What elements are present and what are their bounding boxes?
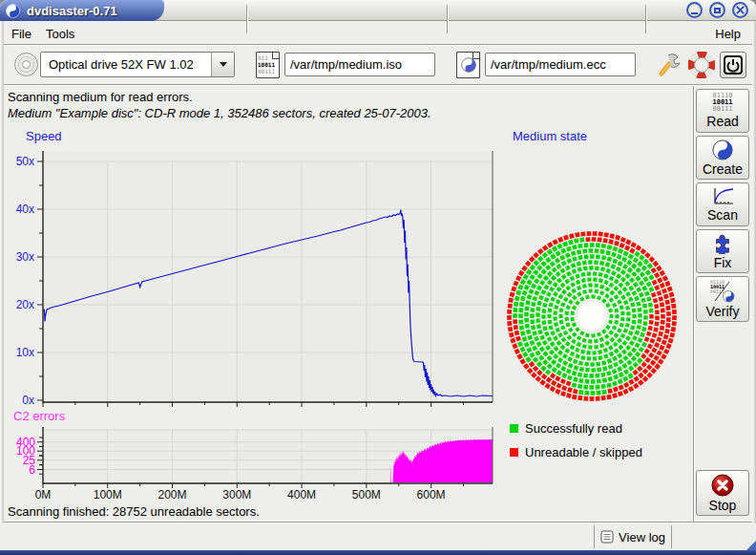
window-frame-right (752, 21, 756, 550)
finished-message: Scanning finished: 28752 unreadable sect… (8, 504, 260, 519)
ecc-file-icon (456, 52, 480, 78)
stop-icon (711, 474, 734, 497)
power-icon (721, 53, 746, 77)
chevron-down-icon (220, 62, 227, 71)
iso-path-input[interactable] (284, 53, 435, 76)
log-list-icon (600, 530, 614, 544)
help-lifebelt-icon[interactable] (688, 52, 715, 78)
drive-selector[interactable]: Optical drive 52X FW 1.02 (40, 52, 235, 77)
binary-row: 10011 (258, 61, 278, 68)
svg-text:600M: 600M (417, 488, 446, 502)
create-yinyang-icon (712, 139, 733, 160)
close-icon (736, 6, 745, 14)
svg-text:0M: 0M (35, 488, 52, 502)
menu-tools[interactable]: Tools (42, 25, 78, 43)
svg-text:40x: 40x (16, 203, 34, 216)
binary-row: 00111 (712, 106, 732, 113)
plot-backgrounds (43, 152, 493, 482)
read-button[interactable]: 01110 10011 00111 Read (696, 89, 749, 133)
menu-help[interactable]: Help (711, 25, 745, 43)
svg-text:100M: 100M (94, 488, 122, 502)
app-window: dvdisaster-0.71 File Tools Help Optical … (0, 0, 756, 555)
optical-drive-icon (13, 52, 39, 77)
maximize-icon (714, 8, 721, 13)
create-button[interactable]: Create (696, 136, 749, 180)
svg-text:200M: 200M (158, 488, 187, 502)
yinyang-icon (461, 57, 476, 73)
app-yinyang-icon (6, 4, 20, 18)
stop-button-label: Stop (709, 498, 737, 513)
scan-chart-icon (711, 187, 734, 206)
binary-row: 00111 (258, 68, 278, 75)
menubar: File Tools Help (4, 22, 752, 44)
svg-text:10x: 10x (16, 346, 34, 359)
status-message: Scanning medium for read errors. (8, 90, 193, 104)
read-button-label: Read (706, 114, 738, 129)
view-log-button[interactable]: View log (594, 525, 672, 548)
sidebar-separator (693, 86, 695, 522)
svg-text:300M: 300M (222, 488, 251, 502)
close-button[interactable] (732, 2, 748, 18)
minimize-icon (691, 12, 698, 14)
svg-text:50x: 50x (16, 155, 34, 168)
separator (4, 84, 752, 86)
toolbar-separator (645, 5, 647, 33)
svg-text:0x: 0x (22, 394, 34, 407)
medium-state-disc (507, 231, 677, 401)
maximize-button[interactable] (709, 2, 725, 18)
window-frame-bottom (0, 550, 756, 555)
verify-icon: 01110 10011 00111 (710, 280, 735, 303)
svg-text:400M: 400M (287, 488, 316, 502)
svg-text:400: 400 (16, 436, 35, 449)
create-button-label: Create (703, 161, 743, 177)
medium-info-message: Medium "Example disc": CD-R mode 1, 3524… (8, 106, 431, 120)
statusbar: View log (0, 523, 756, 550)
svg-text:500M: 500M (352, 488, 381, 502)
page-fold (272, 52, 280, 59)
window-title: dvdisaster-0.71 (27, 4, 117, 18)
toolbar-separator (246, 5, 248, 33)
titlebar[interactable]: dvdisaster-0.71 (0, 0, 756, 21)
read-icon: 01110 10011 00111 (712, 93, 732, 113)
toolbar-separator (447, 5, 449, 33)
fix-button[interactable]: Fix (696, 229, 749, 273)
minimize-button[interactable] (686, 2, 703, 18)
scan-button[interactable]: Scan (696, 182, 749, 226)
svg-text:20x: 20x (16, 298, 34, 311)
verify-button-label: Verify (705, 304, 739, 319)
separator (4, 44, 752, 46)
scan-button-label: Scan (707, 207, 738, 223)
verify-slash-yinyang (710, 280, 735, 303)
verify-button[interactable]: 01110 10011 00111 Verify (696, 276, 749, 322)
preferences-wrench-icon[interactable] (655, 50, 683, 78)
menu-file[interactable]: File (8, 25, 35, 43)
drive-selector-value: Optical drive 52X FW 1.02 (41, 57, 211, 72)
quit-button[interactable] (720, 52, 746, 78)
ecc-path-input[interactable] (485, 53, 636, 76)
page-fold (472, 52, 480, 59)
fix-button-label: Fix (714, 255, 732, 270)
fix-puzzle-icon (712, 233, 733, 254)
iso-file-icon: 011 10011 00111 (256, 52, 280, 78)
charts-and-disc-canvas: 0x10x20x30x40x50x6251004000M100M200M300M… (0, 124, 693, 506)
window-title-tab[interactable]: dvdisaster-0.71 (0, 0, 164, 21)
view-log-label: View log (619, 530, 665, 544)
svg-text:30x: 30x (16, 250, 34, 264)
drive-selector-arrow-button[interactable] (211, 53, 234, 76)
stop-button[interactable]: Stop (696, 470, 749, 516)
